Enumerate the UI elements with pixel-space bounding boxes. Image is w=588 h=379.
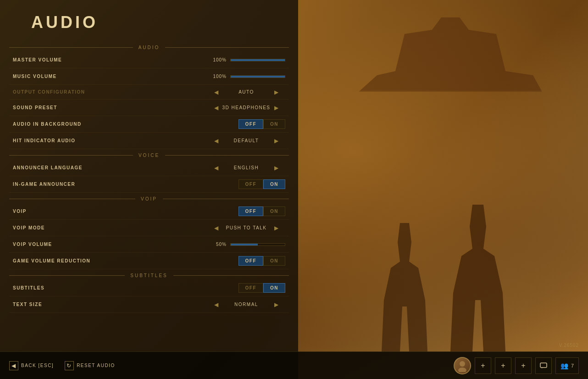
master-volume-fill: [231, 59, 285, 61]
add-button-3[interactable]: +: [515, 357, 532, 374]
people-icon: 👥: [560, 362, 568, 369]
voip-line-right: [163, 199, 289, 199]
voip-volume-value: 50%: [209, 242, 227, 247]
output-config-value: AUTO: [221, 89, 272, 95]
audio-background-label: AUDIO IN BACKGROUND: [13, 122, 239, 127]
output-config-label: OUTPUT CONFIGURATION: [13, 89, 207, 95]
voip-line-left: [9, 199, 135, 199]
game-volume-reduction-on[interactable]: ON: [263, 256, 285, 266]
voice-section-header: VOICE: [9, 153, 289, 158]
settings-panel: AUDIO AUDIO MASTER VOLUME 100% MUSIC VOL…: [0, 0, 298, 379]
voip-volume-track[interactable]: [230, 243, 285, 246]
voip-mode-label: VOIP MODE: [13, 225, 207, 230]
voip-volume-control: 50%: [209, 242, 285, 247]
bottom-right-actions: + + + 👥 7: [454, 357, 579, 374]
audio-background-on[interactable]: ON: [263, 119, 285, 129]
voip-mode-row: VOIP MODE ◀ PUSH TO TALK ▶: [9, 220, 289, 236]
reset-icon: ↻: [65, 361, 74, 370]
sound-preset-prev[interactable]: ◀: [211, 104, 221, 112]
hit-indicator-prev[interactable]: ◀: [211, 137, 221, 145]
master-volume-value: 100%: [209, 57, 227, 62]
bottom-left-actions: ◀ BACK [ESC] ↻ RESET AUDIO: [9, 361, 115, 370]
subtitles-toggle: OFF ON: [239, 283, 286, 293]
voip-label: VOIP: [13, 209, 239, 214]
master-volume-row: MASTER VOLUME 100%: [9, 52, 289, 68]
hit-indicator-value: DEFAULT: [221, 138, 272, 143]
announcer-language-prev[interactable]: ◀: [211, 164, 221, 172]
ingame-announcer-row: IN-GAME ANNOUNCER OFF ON: [9, 176, 289, 193]
audio-background-toggle: OFF ON: [239, 119, 286, 129]
output-config-control: ◀ AUTO ▶: [207, 88, 285, 96]
master-volume-control: 100%: [209, 57, 285, 62]
announcer-language-value: ENGLISH: [221, 165, 272, 170]
audio-background-off[interactable]: OFF: [239, 119, 264, 129]
silhouette-container: [294, 0, 588, 351]
add-button-2[interactable]: +: [495, 357, 511, 374]
master-volume-track[interactable]: [230, 59, 285, 61]
section-line-left: [9, 47, 133, 48]
subtitles-line-left: [9, 275, 125, 276]
hit-indicator-next[interactable]: ▶: [272, 137, 281, 145]
sound-preset-control: ◀ 3D HEADPHONES ▶: [207, 104, 285, 112]
text-size-label: TEXT SIZE: [13, 302, 207, 307]
chat-icon: [540, 362, 547, 369]
voip-mode-next[interactable]: ▶: [272, 224, 281, 232]
voip-off[interactable]: OFF: [239, 206, 264, 216]
avatar-icon: [456, 359, 469, 372]
sound-preset-row: SOUND PRESET ◀ 3D HEADPHONES ▶: [9, 100, 289, 116]
announcer-language-next[interactable]: ▶: [272, 164, 281, 172]
voip-mode-prev[interactable]: ◀: [211, 224, 221, 232]
music-volume-track[interactable]: [230, 75, 285, 78]
voip-on[interactable]: ON: [263, 206, 285, 216]
music-volume-fill: [231, 76, 285, 78]
hit-indicator-row: HIT INDICATOR AUDIO ◀ DEFAULT ▶: [9, 133, 289, 149]
audio-background-row: AUDIO IN BACKGROUND OFF ON: [9, 116, 289, 133]
voip-volume-label: VOIP VOLUME: [13, 242, 209, 247]
text-size-next[interactable]: ▶: [272, 301, 281, 309]
output-config-prev[interactable]: ◀: [211, 88, 221, 96]
back-label: BACK [ESC]: [21, 363, 54, 368]
reset-label: RESET AUDIO: [77, 363, 115, 368]
text-size-prev[interactable]: ◀: [211, 301, 221, 309]
ingame-announcer-on[interactable]: ON: [263, 179, 285, 189]
sound-preset-next[interactable]: ▶: [272, 104, 281, 112]
subtitles-off[interactable]: OFF: [239, 283, 264, 293]
voip-volume-row: VOIP VOLUME 50%: [9, 236, 289, 253]
sound-preset-value: 3D HEADPHONES: [221, 105, 272, 110]
subtitles-row: SUBTITLES OFF ON: [9, 280, 289, 296]
output-config-row: OUTPUT CONFIGURATION ◀ AUTO ▶: [9, 85, 289, 100]
subtitles-line-right: [173, 275, 289, 276]
audio-section-header: AUDIO: [9, 45, 289, 50]
text-size-control: ◀ NORMAL ▶: [207, 301, 285, 309]
chat-button[interactable]: [535, 357, 552, 374]
subtitles-on[interactable]: ON: [263, 283, 285, 293]
voice-line-right: [165, 155, 289, 156]
reset-audio-button[interactable]: ↻ RESET AUDIO: [65, 361, 115, 370]
back-button[interactable]: ◀ BACK [ESC]: [9, 361, 54, 370]
ingame-announcer-toggle: OFF ON: [239, 179, 286, 189]
version-text: V.26502: [559, 343, 579, 348]
settings-content: AUDIO MASTER VOLUME 100% MUSIC VOLUME 10…: [0, 41, 298, 379]
svg-point-1: [458, 368, 466, 372]
voip-mode-value: PUSH TO TALK: [221, 225, 272, 230]
text-size-value: NORMAL: [221, 302, 272, 307]
game-volume-reduction-row: GAME VOLUME REDUCTION OFF ON: [9, 253, 289, 269]
voip-row: VOIP OFF ON: [9, 203, 289, 220]
soldier-figure-2: [382, 223, 427, 351]
subtitles-section-header: SUBTITLES: [9, 273, 289, 278]
output-config-next[interactable]: ▶: [272, 88, 281, 96]
voip-volume-fill: [231, 244, 258, 245]
sound-preset-label: SOUND PRESET: [13, 105, 207, 110]
announcer-language-control: ◀ ENGLISH ▶: [207, 164, 285, 172]
music-volume-label: MUSIC VOLUME: [13, 74, 209, 79]
game-volume-reduction-off[interactable]: OFF: [239, 256, 264, 266]
page-title: AUDIO: [0, 0, 298, 41]
voip-mode-control: ◀ PUSH TO TALK ▶: [207, 224, 285, 232]
audio-section-title: AUDIO: [133, 45, 166, 50]
social-button[interactable]: 👥 7: [555, 357, 579, 374]
add-button-1[interactable]: +: [475, 357, 491, 374]
avatar: [454, 357, 471, 374]
ingame-announcer-off[interactable]: OFF: [239, 179, 264, 189]
master-volume-label: MASTER VOLUME: [13, 57, 209, 62]
social-count: 7: [571, 363, 574, 368]
